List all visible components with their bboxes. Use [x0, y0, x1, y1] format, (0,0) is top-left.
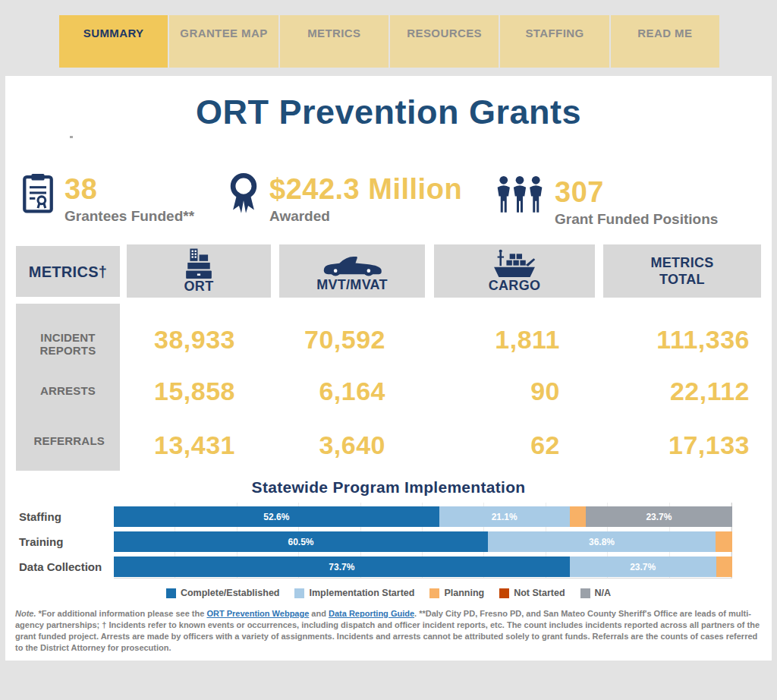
- bar-segment-planning[interactable]: [716, 557, 732, 577]
- bar-segment-n-a[interactable]: 23.7%: [586, 506, 732, 527]
- stat-value: 38: [64, 172, 194, 206]
- stat-value: 307: [555, 175, 718, 209]
- cell-referrals-ort: 13,431: [127, 430, 235, 460]
- table-header-metrics: METRICS†: [16, 246, 120, 297]
- bar-segment-complete-established[interactable]: 73.7%: [114, 557, 570, 577]
- row-label-referrals: REFERRALS: [16, 434, 120, 447]
- tab-summary[interactable]: SUMMARY: [59, 15, 168, 68]
- legend-item-n-a[interactable]: N/A: [580, 588, 612, 598]
- bar-segment-label: 23.7%: [646, 512, 672, 522]
- legend-item-complete-established[interactable]: Complete/Established: [166, 588, 280, 598]
- cell-incident-reports-total: 111,336: [603, 325, 750, 355]
- people-icon: [495, 175, 545, 213]
- stat-grantees-funded: 38 Grantees Funded**: [21, 172, 194, 225]
- bar-track: 60.5%36.8%: [114, 531, 732, 552]
- legend-swatch: [580, 588, 590, 598]
- chart-rows: Staffing52.6%21.1%23.7%Training60.5%36.8…: [15, 506, 732, 577]
- chart-legend: Complete/EstablishedImplementation Start…: [5, 588, 772, 598]
- bar-segment-implementation-started[interactable]: 21.1%: [439, 506, 570, 527]
- stat-grant-funded-positions: 307 Grant Funded Positions: [495, 175, 718, 228]
- legend-swatch: [166, 588, 176, 598]
- table-header-ort: ORT: [127, 244, 271, 298]
- cell-referrals-mvt: 3,640: [279, 430, 385, 460]
- header-label: METRICS TOTAL: [640, 254, 724, 288]
- table-header-cargo: CARGO: [434, 244, 595, 298]
- cell-arrests-ort: 15,858: [127, 377, 235, 406]
- bar-segment-planning[interactable]: [716, 531, 732, 552]
- tab-resources[interactable]: RESOURCES: [390, 15, 499, 68]
- chart-row-data-collection: Data Collection73.7%23.7%: [15, 557, 732, 577]
- footnote-text: and: [309, 609, 329, 618]
- table-header-mvt-mvat: MVT/MVAT: [279, 244, 425, 298]
- legend-item-planning[interactable]: Planning: [429, 588, 484, 598]
- stray-mark: [70, 136, 73, 138]
- ort-prevention-webpage-link[interactable]: ORT Prevention Webpage: [206, 609, 309, 618]
- clipboard-certificate-icon: [21, 172, 55, 213]
- legend-item-implementation-started[interactable]: Implementation Started: [294, 588, 414, 598]
- header-label: CARGO: [489, 278, 541, 293]
- legend-label: Planning: [444, 588, 484, 598]
- cell-referrals-cargo: 62: [434, 430, 560, 460]
- legend-item-not-started[interactable]: Not Started: [499, 588, 565, 598]
- category-label: Training: [15, 535, 114, 548]
- bar-segment-implementation-started[interactable]: 36.8%: [488, 531, 716, 552]
- bar-segment-label: 52.6%: [263, 512, 289, 522]
- tab-grantee-map[interactable]: GRANTEE MAP: [169, 15, 278, 68]
- award-ribbon-icon: [228, 172, 260, 216]
- tab-staffing[interactable]: STAFFING: [500, 15, 609, 68]
- chart-row-staffing: Staffing52.6%21.1%23.7%: [15, 506, 732, 527]
- bar-segment-label: 73.7%: [329, 562, 354, 572]
- bar-segment-complete-established[interactable]: 60.5%: [114, 531, 488, 552]
- summary-panel: ORT Prevention Grants 38 Grantees Funded…: [5, 76, 772, 661]
- bar-track: 73.7%23.7%: [114, 557, 732, 577]
- stat-value: $242.3 Million: [269, 172, 462, 206]
- page-title: ORT Prevention Grants: [5, 93, 772, 132]
- stat-awarded: $242.3 Million Awarded: [228, 172, 462, 225]
- bar-segment-label: 36.8%: [589, 537, 615, 547]
- cell-arrests-mvt: 6,164: [279, 377, 385, 406]
- stat-label: Grant Funded Positions: [555, 211, 718, 228]
- category-label: Data Collection: [15, 560, 114, 573]
- cell-incident-reports-mvt: 70,592: [279, 325, 385, 355]
- footnote: Note. *For additional information please…: [15, 608, 766, 654]
- table-row-header-column: INCIDENT REPORTS ARRESTS REFERRALS: [16, 304, 120, 471]
- legend-label: N/A: [595, 588, 612, 598]
- bar-segment-complete-established[interactable]: 52.6%: [114, 506, 439, 527]
- header-label: MVT/MVAT: [316, 277, 388, 292]
- legend-swatch: [429, 588, 439, 598]
- cell-arrests-total: 22,112: [603, 377, 750, 406]
- stat-label: Grantees Funded**: [64, 208, 194, 225]
- cargo-ship-icon: [486, 249, 543, 278]
- bar-segment-label: 21.1%: [492, 512, 517, 522]
- cell-referrals-total: 17,133: [603, 430, 750, 460]
- tab-metrics[interactable]: METRICS: [280, 15, 388, 68]
- bar-segment-label: 23.7%: [630, 562, 656, 572]
- bar-segment-implementation-started[interactable]: 23.7%: [570, 557, 716, 577]
- legend-label: Complete/Established: [181, 588, 280, 598]
- category-label: Staffing: [15, 510, 114, 523]
- footnote-text: *For additional information please see t…: [36, 609, 207, 618]
- header-label: METRICS†: [29, 264, 108, 279]
- bar-segment-planning[interactable]: [570, 506, 586, 527]
- footnote-lead: Note.: [15, 609, 36, 618]
- table-header-metrics-total: METRICS TOTAL: [603, 244, 761, 298]
- chart-title: Statewide Program Implementation: [5, 478, 772, 497]
- legend-swatch: [499, 588, 509, 598]
- legend-label: Not Started: [514, 588, 565, 598]
- legend-swatch: [294, 588, 304, 598]
- chart-row-training: Training60.5%36.8%: [15, 531, 732, 552]
- cell-arrests-cargo: 90: [434, 377, 560, 406]
- data-reporting-guide-link[interactable]: Data Reporting Guide: [329, 609, 414, 618]
- row-label-arrests: ARRESTS: [16, 384, 120, 397]
- tab-read-me[interactable]: READ ME: [611, 15, 719, 68]
- bar-track: 52.6%21.1%23.7%: [114, 506, 732, 527]
- header-label: ORT: [184, 279, 214, 294]
- cell-incident-reports-cargo: 1,811: [434, 325, 560, 355]
- cash-register-icon: [177, 248, 221, 279]
- stat-label: Awarded: [269, 208, 462, 225]
- car-icon: [317, 250, 387, 277]
- cell-incident-reports-ort: 38,933: [127, 325, 235, 355]
- bar-segment-label: 60.5%: [288, 537, 314, 547]
- legend-label: Implementation Started: [309, 588, 414, 598]
- tab-bar: SUMMARY GRANTEE MAP METRICS RESOURCES ST…: [59, 15, 719, 68]
